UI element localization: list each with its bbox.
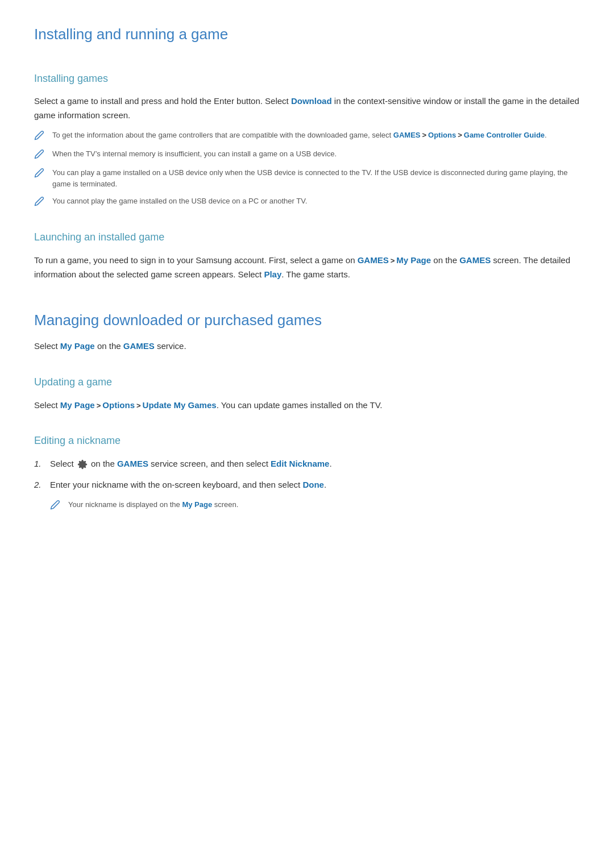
- update-link1: My Page: [60, 400, 95, 410]
- page-container: Installing and running a game Installing…: [34, 23, 580, 512]
- updating-game-title: Updating a game: [34, 374, 580, 391]
- step-num-2: 2.: [34, 478, 50, 492]
- installing-notes-list: To get the information about the game co…: [34, 130, 580, 209]
- nickname-step-1: 1. Select on the GAMES service screen, a…: [34, 457, 580, 471]
- launch-link4: Play: [264, 269, 281, 279]
- note-item-4: You cannot play the game installed on th…: [34, 196, 580, 209]
- launch-link3: GAMES: [459, 255, 491, 265]
- section2-link1: My Page: [60, 341, 95, 351]
- step2-link1: Done: [302, 480, 324, 489]
- section2-title: Managing downloaded or purchased games: [34, 309, 580, 333]
- nickname-steps-list: 1. Select on the GAMES service screen, a…: [34, 457, 580, 492]
- note-link-mypage: My Page: [182, 500, 212, 509]
- installing-games-title: Installing games: [34, 70, 580, 87]
- editing-nickname-title: Editing a nickname: [34, 433, 580, 449]
- launching-game-title: Launching an installed game: [34, 229, 580, 246]
- section1-title: Installing and running a game: [34, 23, 580, 50]
- nickname-step-2: 2. Enter your nickname with the on-scree…: [34, 478, 580, 492]
- launching-game-body: To run a game, you need to sign in to yo…: [34, 254, 580, 282]
- step1-games-link: GAMES: [117, 459, 148, 468]
- note-item-2: When the TV’s internal memory is insuffi…: [34, 148, 580, 161]
- installing-games-body: Select a game to install and press and h…: [34, 94, 580, 123]
- note-2-text: When the TV’s internal memory is insuffi…: [52, 148, 580, 160]
- update-link3: Update My Games: [143, 400, 217, 410]
- step1-editnickname-link: Edit Nickname: [271, 459, 329, 468]
- download-link: Download: [291, 96, 332, 106]
- nickname-note: Your nickname is displayed on the My Pag…: [50, 499, 580, 512]
- note1-link2: Options: [428, 131, 456, 139]
- section2-intro: Select My Page on the GAMES service.: [34, 339, 580, 354]
- note-item-3: You can play a game installed on a USB d…: [34, 167, 580, 190]
- note-1-text: To get the information about the game co…: [52, 130, 580, 141]
- step-1-text: Select on the GAMES service screen, and …: [50, 457, 332, 471]
- pencil-icon-5: [50, 500, 63, 512]
- note-4-text: You cannot play the game installed on th…: [52, 196, 580, 207]
- launch-link1: GAMES: [358, 255, 389, 265]
- note1-link1: GAMES: [393, 131, 421, 139]
- pencil-icon-3: [34, 168, 47, 180]
- note-3-text: You can play a game installed on a USB d…: [52, 167, 580, 190]
- section2-link2: GAMES: [123, 341, 155, 351]
- launch-link2: My Page: [396, 255, 431, 265]
- nickname-note-text: Your nickname is displayed on the My Pag…: [68, 499, 238, 511]
- note1-link3: Game Controller Guide: [464, 131, 545, 139]
- gear-icon: [77, 459, 88, 470]
- note-item-1: To get the information about the game co…: [34, 130, 580, 143]
- pencil-icon-2: [34, 149, 47, 161]
- pencil-icon-4: [34, 196, 47, 209]
- step-2-text: Enter your nickname with the on-screen k…: [50, 478, 326, 492]
- pencil-icon-1: [34, 130, 47, 143]
- update-link2: Options: [102, 400, 135, 410]
- step-num-1: 1.: [34, 457, 50, 471]
- updating-game-body: Select My Page > Options > Update My Gam…: [34, 398, 580, 413]
